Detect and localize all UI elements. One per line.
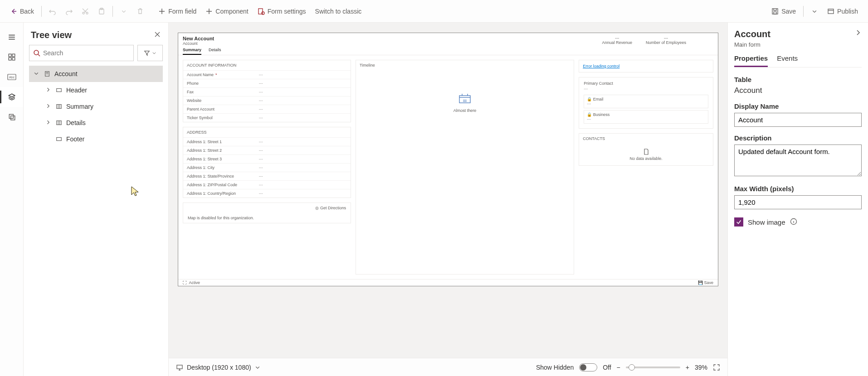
section-account-info[interactable]: ACCOUNT INFORMATION Account Name*--- Pho… bbox=[183, 60, 351, 122]
cut-button[interactable] bbox=[77, 5, 93, 18]
error-loading-link[interactable]: Error loading control bbox=[579, 61, 713, 71]
tree-item-account[interactable]: Account bbox=[29, 66, 163, 82]
form-entity: Account bbox=[183, 41, 214, 46]
tab-icon bbox=[55, 103, 63, 110]
max-width-input[interactable] bbox=[734, 195, 862, 209]
check-icon bbox=[736, 219, 742, 225]
switch-classic-button[interactable]: Switch to classic bbox=[311, 5, 366, 18]
svg-rect-6 bbox=[772, 9, 778, 14]
show-hidden-toggle[interactable] bbox=[579, 363, 597, 371]
save-chevron[interactable] bbox=[806, 5, 823, 18]
display-name-input[interactable] bbox=[734, 113, 862, 127]
chevron-right-icon bbox=[44, 87, 52, 94]
paste-button[interactable] bbox=[93, 5, 110, 18]
components-rail-button[interactable] bbox=[0, 47, 23, 67]
undo-button[interactable] bbox=[44, 5, 61, 18]
fit-icon[interactable] bbox=[713, 364, 720, 371]
max-width-label: Max Width (pixels) bbox=[734, 185, 862, 193]
zoom-value: 39% bbox=[695, 364, 707, 371]
zoom-slider[interactable] bbox=[626, 366, 680, 368]
back-button[interactable]: Back bbox=[5, 5, 39, 18]
undo-icon bbox=[49, 8, 56, 15]
section-timeline[interactable]: Timeline Almost there bbox=[356, 60, 574, 275]
svg-rect-20 bbox=[57, 105, 62, 109]
show-hidden-label: Show Hidden bbox=[536, 364, 574, 371]
tree-item-details[interactable]: Details bbox=[29, 115, 163, 131]
footer-icon bbox=[55, 136, 63, 142]
description-label: Description bbox=[734, 134, 862, 142]
tree-item-summary[interactable]: Summary bbox=[29, 98, 163, 115]
tree-item-header[interactable]: Header bbox=[29, 82, 163, 98]
plus-icon bbox=[158, 8, 166, 15]
abc-rail-button[interactable]: Abc bbox=[0, 67, 23, 87]
close-tree-button[interactable] bbox=[154, 30, 161, 40]
filter-button[interactable] bbox=[137, 45, 163, 61]
chevron-down-icon[interactable] bbox=[255, 365, 260, 370]
publish-icon bbox=[827, 8, 834, 15]
search-input[interactable] bbox=[43, 49, 130, 57]
collapse-panel-button[interactable] bbox=[854, 29, 862, 38]
section-primary-contact[interactable]: Primary Contact --- 🔒 Email--- 🔒 Busines… bbox=[579, 77, 713, 129]
tree-item-label: Footer bbox=[66, 135, 84, 143]
form-settings-label: Form settings bbox=[268, 8, 306, 15]
paste-chevron[interactable] bbox=[116, 5, 132, 18]
filter-icon bbox=[144, 50, 150, 56]
tab-events[interactable]: Events bbox=[777, 54, 798, 67]
tab-summary[interactable]: Summary bbox=[183, 48, 201, 55]
chevron-right-icon bbox=[44, 119, 52, 126]
table-value: Account bbox=[734, 86, 862, 95]
copy-rail-button[interactable] bbox=[0, 107, 23, 127]
trash-icon bbox=[137, 8, 144, 15]
document-icon bbox=[643, 148, 650, 155]
svg-rect-15 bbox=[9, 114, 13, 118]
expand-icon[interactable]: ⛶ bbox=[183, 280, 187, 285]
form-icon bbox=[44, 71, 51, 77]
form-settings-icon bbox=[258, 8, 265, 15]
svg-rect-19 bbox=[57, 89, 62, 92]
layers-icon bbox=[8, 93, 16, 101]
save-icon[interactable]: 💾 bbox=[698, 280, 703, 285]
form-settings-button[interactable]: Form settings bbox=[253, 5, 311, 18]
chevron-down-icon bbox=[33, 70, 40, 77]
tree-view-rail-button[interactable] bbox=[0, 87, 23, 107]
svg-rect-10 bbox=[12, 54, 15, 57]
show-image-checkbox[interactable] bbox=[734, 217, 743, 227]
zoom-in-button[interactable]: + bbox=[686, 364, 689, 371]
save-icon bbox=[771, 8, 779, 15]
svg-point-5 bbox=[262, 12, 264, 14]
description-input[interactable] bbox=[734, 145, 862, 176]
close-icon bbox=[154, 31, 161, 38]
tree-item-footer[interactable]: › Footer bbox=[29, 131, 163, 147]
target-icon: ◎ bbox=[315, 206, 319, 210]
viewport-label[interactable]: Desktop (1920 x 1080) bbox=[187, 364, 251, 371]
section-address[interactable]: ADDRESS Address 1: Street 1--- Address 1… bbox=[183, 127, 351, 198]
save-button[interactable]: Save bbox=[767, 5, 800, 18]
redo-button[interactable] bbox=[61, 5, 77, 18]
display-name-label: Display Name bbox=[734, 102, 862, 110]
tree-item-label: Header bbox=[66, 87, 87, 94]
redo-icon bbox=[65, 8, 73, 15]
form-field-button[interactable]: Form field bbox=[154, 5, 201, 18]
svg-rect-22 bbox=[57, 138, 62, 141]
info-icon[interactable] bbox=[790, 218, 797, 227]
form-canvas[interactable]: New Account Account ---Annual Revenue --… bbox=[178, 33, 718, 286]
svg-rect-23 bbox=[459, 96, 470, 103]
header-metrics: ---Annual Revenue ---Number of Employees bbox=[602, 36, 713, 46]
search-input-wrapper[interactable] bbox=[29, 45, 134, 61]
zoom-out-button[interactable]: − bbox=[617, 364, 620, 371]
tab-properties[interactable]: Properties bbox=[734, 54, 768, 67]
delete-button[interactable] bbox=[132, 5, 148, 18]
arrow-left-icon bbox=[10, 8, 17, 15]
table-label: Table bbox=[734, 76, 862, 83]
publish-button[interactable]: Publish bbox=[823, 5, 863, 18]
header-icon bbox=[55, 87, 63, 93]
hamburger-button[interactable] bbox=[0, 27, 23, 47]
component-button[interactable]: Component bbox=[201, 5, 253, 18]
separator bbox=[41, 6, 42, 17]
section-contacts[interactable]: CONTACTS No data available. bbox=[579, 133, 713, 166]
section-error[interactable]: Error loading control bbox=[579, 60, 713, 72]
tab-details[interactable]: Details bbox=[209, 48, 221, 55]
section-map[interactable]: ◎ Get Directions Map is disabled for thi… bbox=[183, 202, 351, 223]
canvas-area: New Account Account ---Annual Revenue --… bbox=[169, 23, 727, 376]
lock-icon: 🔒 bbox=[587, 97, 592, 101]
